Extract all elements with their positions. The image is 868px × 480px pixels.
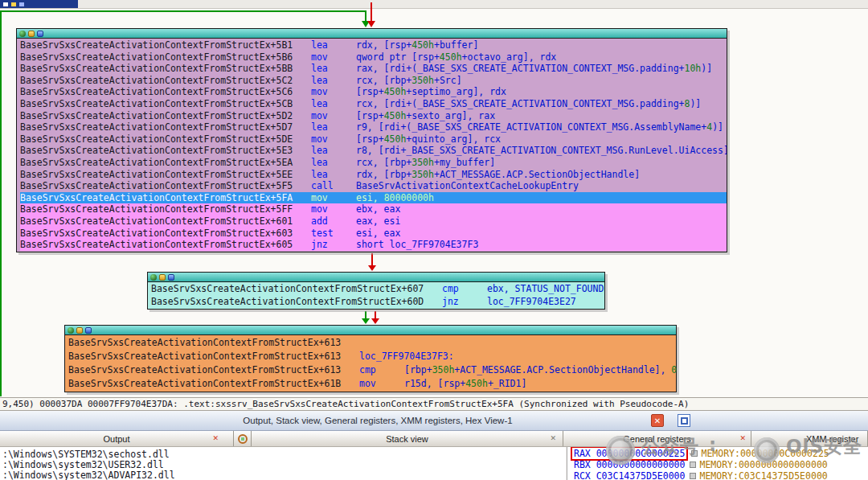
tab-close-icon[interactable]: ✕: [739, 434, 746, 443]
tab-undock-button[interactable]: [234, 431, 252, 446]
asm-mnemonic: cmp: [359, 363, 404, 377]
asm-address: BaseSrvSxsCreateActivationContextFromStr…: [68, 363, 359, 377]
asm-mnemonic: mov: [311, 133, 356, 146]
asm-line[interactable]: BaseSrvSxsCreateActivationContextFromStr…: [20, 86, 727, 98]
register-row[interactable]: RBX 0000000000000000MEMORY:0000000000000…: [572, 459, 868, 470]
asm-operands: esi, eax: [356, 228, 400, 240]
asm-line[interactable]: BaseSrvSxsCreateActivationContextFromStr…: [20, 180, 727, 192]
asm-line[interactable]: BaseSrvSxsCreateActivationContextFromStr…: [20, 98, 727, 110]
asm-address: BaseSrvSxsCreateActivationContextFromStr…: [20, 145, 311, 157]
asm-line[interactable]: BaseSrvSxsCreateActivationContextFromStr…: [68, 377, 676, 391]
node-header[interactable]: [148, 273, 604, 282]
output-line: :\Windows\system32\ADVAPI32.dll: [2, 470, 566, 480]
asm-mnemonic: jnz: [442, 296, 487, 309]
asm-operands: rcx, [rdi+(_BASE_SXS_CREATE_ACTIVATION_C…: [356, 98, 701, 110]
window-titlebar-fragment[interactable]: [0, 0, 78, 8]
asm-address: BaseSrvSxsCreateActivationContextFromStr…: [151, 296, 442, 309]
node-header[interactable]: [17, 29, 727, 39]
register-row[interactable]: RCX C03C14375D5E0000MEMORY:C03C14375D5E0…: [572, 470, 868, 480]
panel-restore-button[interactable]: [678, 414, 690, 427]
tab-label: General registers: [623, 434, 690, 444]
asm-line[interactable]: BaseSrvSxsCreateActivationContextFromStr…: [20, 51, 727, 64]
asm-mnemonic: mov: [311, 203, 356, 215]
asm-line[interactable]: BaseSrvSxsCreateActivationContextFromStr…: [20, 121, 727, 133]
titlebar-icon: [3, 2, 8, 6]
asm-line[interactable]: BaseSrvSxsCreateActivationContextFromStr…: [20, 228, 727, 240]
panel-caption-bar[interactable]: Output, Stack view, General registers, X…: [0, 411, 868, 431]
register-value[interactable]: RCX C03C14375D5E0000: [572, 470, 686, 480]
asm-address: BaseSrvSxsCreateActivationContextFromStr…: [20, 75, 311, 87]
asm-line[interactable]: BaseSrvSxsCreateActivationContextFromStr…: [151, 283, 604, 296]
asm-operands: rcx, [rbp+350h+Src]: [356, 75, 462, 87]
asm-address: BaseSrvSxsCreateActivationContextFromStr…: [20, 63, 311, 75]
asm-address: BaseSrvSxsCreateActivationContextFromStr…: [151, 283, 442, 296]
asm-line[interactable]: BaseSrvSxsCreateActivationContextFromStr…: [20, 203, 727, 215]
asm-address: BaseSrvSxsCreateActivationContextFromStr…: [68, 336, 359, 350]
asm-mnemonic: test: [311, 228, 356, 240]
panel-caption-text: Output, Stack view, General registers, X…: [0, 416, 755, 425]
node-color-icon[interactable]: [85, 327, 92, 334]
asm-line[interactable]: BaseSrvSxsCreateActivationContextFromStr…: [68, 363, 676, 377]
basic-block-node[interactable]: BaseSrvSxsCreateActivationContextFromStr…: [16, 28, 727, 252]
node-color-icon[interactable]: [168, 274, 174, 281]
asm-line[interactable]: BaseSrvSxsCreateActivationContextFromStr…: [20, 63, 727, 75]
asm-mnemonic: lea: [311, 121, 356, 133]
asm-mnemonic: mov: [311, 86, 356, 98]
asm-address: BaseSrvSxsCreateActivationContextFromStr…: [20, 228, 311, 240]
register-value[interactable]: RBX 0000000000000000: [572, 459, 686, 470]
general-registers-pane[interactable]: RAX 00000000C0000225MEMORY:00000000C0000…: [567, 447, 868, 480]
asm-operands: r15d, [rsp+450h+_RID1]: [404, 377, 526, 391]
asm-operands: [rsp+450h+quinto_arg], rcx: [356, 133, 501, 146]
asm-operands: BaseSrvActivationContextCacheLookupEntry: [356, 180, 579, 192]
node-body: BaseSrvSxsCreateActivationContextFromStr…: [148, 282, 604, 309]
output-pane[interactable]: :\Windows\SYSTEM32\sechost.dll:\Windows\…: [0, 447, 566, 480]
follow-in-dump-icon[interactable]: [690, 462, 696, 468]
tab-stack-view[interactable]: Stack view ✕: [252, 431, 563, 446]
node-header[interactable]: [65, 326, 676, 335]
asm-line[interactable]: BaseSrvSxsCreateActivationContextFromStr…: [20, 110, 727, 122]
asm-line[interactable]: BaseSrvSxsCreateActivationContextFromStr…: [20, 145, 727, 157]
asm-mnemonic: mov: [359, 377, 404, 391]
asm-line[interactable]: BaseSrvSxsCreateActivationContextFromStr…: [20, 239, 727, 251]
node-group-icon[interactable]: [28, 31, 35, 37]
memory-hint: MEMORY:0000000000000000: [699, 459, 827, 470]
panel-close-button[interactable]: ✕: [651, 414, 664, 427]
asm-operands: rcx, [rbp+350h+my_buffer]: [356, 157, 495, 169]
asm-line[interactable]: BaseSrvSxsCreateActivationContextFromStr…: [20, 192, 727, 204]
asm-line[interactable]: BaseSrvSxsCreateActivationContextFromStr…: [20, 75, 727, 87]
basic-block-node[interactable]: BaseSrvSxsCreateActivationContextFromStr…: [64, 325, 677, 392]
node-group-icon[interactable]: [76, 327, 83, 334]
node-ball-icon[interactable]: [19, 31, 26, 37]
node-ball-icon[interactable]: [68, 327, 74, 334]
asm-line[interactable]: BaseSrvSxsCreateActivationContextFromStr…: [20, 169, 727, 181]
asm-address: BaseSrvSxsCreateActivationContextFromStr…: [20, 239, 311, 251]
tab-label: Stack view: [386, 434, 428, 444]
asm-line[interactable]: BaseSrvSxsCreateActivationContextFromStr…: [151, 296, 604, 309]
asm-mnemonic: lea: [311, 75, 356, 87]
tab-close-icon[interactable]: ✕: [212, 434, 219, 443]
asm-address: BaseSrvSxsCreateActivationContextFromStr…: [20, 157, 311, 169]
follow-in-dump-icon[interactable]: [690, 473, 696, 479]
follow-in-dump-icon[interactable]: [691, 450, 698, 457]
asm-line[interactable]: BaseSrvSxsCreateActivationContextFromStr…: [68, 350, 676, 363]
memory-hint: MEMORY:C03C14375D5E0000: [699, 470, 827, 480]
tab-output[interactable]: Output ✕: [0, 431, 234, 446]
status-bar: 9,450) 000037DA 00007FF9704E37DA: .text:…: [0, 397, 868, 411]
asm-address: BaseSrvSxsCreateActivationContextFromStr…: [20, 98, 311, 110]
register-row[interactable]: RAX 00000000C0000225MEMORY:00000000C0000…: [572, 448, 868, 459]
node-ball-icon[interactable]: [150, 274, 157, 281]
asm-line[interactable]: BaseSrvSxsCreateActivationContextFromStr…: [20, 39, 727, 51]
asm-line[interactable]: BaseSrvSxsCreateActivationContextFromStr…: [68, 336, 676, 350]
basic-block-node[interactable]: BaseSrvSxsCreateActivationContextFromStr…: [147, 272, 605, 310]
tab-close-icon[interactable]: ✕: [550, 434, 556, 443]
node-color-icon[interactable]: [37, 31, 43, 37]
asm-line[interactable]: BaseSrvSxsCreateActivationContextFromStr…: [20, 157, 727, 169]
asm-operands: r8, [rdi+_BASE_SXS_CREATE_ACTIVATION_CON…: [356, 145, 729, 157]
asm-mnemonic: mov: [311, 110, 356, 122]
asm-line[interactable]: BaseSrvSxsCreateActivationContextFromStr…: [20, 215, 727, 228]
node-group-icon[interactable]: [159, 274, 166, 281]
tab-general-registers[interactable]: General registers ✕: [563, 431, 751, 446]
asm-line[interactable]: BaseSrvSxsCreateActivationContextFromStr…: [20, 133, 727, 146]
asm-mnemonic: lea: [311, 63, 356, 75]
tab-xmm-registers[interactable]: XMM register: [751, 431, 868, 446]
